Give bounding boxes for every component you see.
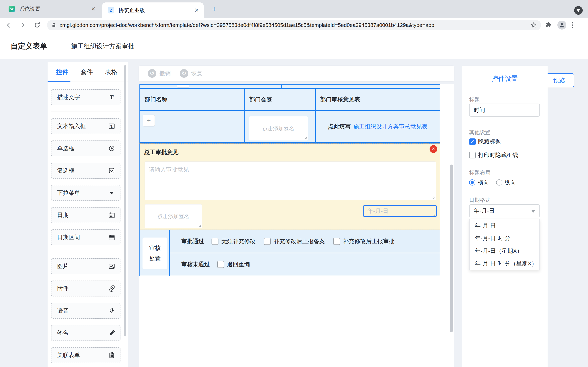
- control-item-dropdown[interactable]: 下拉菜单: [51, 185, 121, 201]
- header-cell-review-opinion-table[interactable]: 部门审核意见表: [316, 89, 440, 110]
- signature-placeholder-box[interactable]: 点击添加签名: [249, 117, 308, 141]
- control-item-date[interactable]: 日期: [51, 207, 121, 223]
- approval-opinion-textarea[interactable]: 请输入审批意见: [145, 161, 436, 200]
- resize-handle-icon[interactable]: [432, 196, 435, 199]
- sidebar-tabs: 控件 套件 表格: [48, 62, 128, 82]
- canvas-scrollbar[interactable]: [450, 165, 453, 332]
- checkbox-icon[interactable]: [333, 238, 340, 245]
- tab-search-button[interactable]: [574, 6, 583, 15]
- table-partial-row: [139, 84, 440, 89]
- cell-review-opinion-table[interactable]: 点此填写 施工组织设计方案审核意见表: [316, 111, 440, 142]
- date-format-option[interactable]: 年-月-日（星期X）: [470, 245, 539, 257]
- omnibox[interactable]: xmgl.glodon.com/project-doc/workbench/xf…: [47, 20, 541, 30]
- cell-department-name[interactable]: +: [140, 111, 245, 142]
- settings-panel: 控件设置 标题 其他设置 ✓ 隐藏标题 打印时隐藏框线 标题布局 横向 纵向 日…: [462, 66, 548, 367]
- tab-close-icon[interactable]: ✕: [91, 6, 95, 12]
- checkbox-icon[interactable]: [217, 261, 224, 268]
- date-format-label: 日期格式: [469, 197, 490, 204]
- cell-department-countersign[interactable]: 点击添加签名: [245, 111, 316, 142]
- radio-selected-icon[interactable]: [469, 179, 475, 185]
- other-settings-label: 其他设置: [469, 129, 490, 136]
- header-cell-department-name[interactable]: 部门名称: [140, 89, 245, 110]
- extensions-icon[interactable]: [545, 21, 552, 29]
- profile-avatar[interactable]: [557, 21, 566, 30]
- undo-button[interactable]: ↺ 撤销: [148, 69, 171, 78]
- chief-engineer-approval-section[interactable]: 总工审批意见 请输入审批意见 点击添加签名 年-月-日: [139, 143, 440, 230]
- tab-controls[interactable]: 控件: [52, 68, 72, 76]
- control-item-description-text[interactable]: 描述文字 T: [51, 89, 121, 105]
- date-field-selected[interactable]: 年-月-日: [363, 205, 437, 217]
- hide-border-when-print-checkbox-row[interactable]: 打印时隐藏框线: [469, 151, 518, 159]
- dropdown-icon: [108, 189, 115, 196]
- control-item-signature[interactable]: 签名: [51, 325, 121, 341]
- checkbox-option[interactable]: 无须补充修改: [212, 238, 256, 245]
- column-divider: [281, 85, 282, 88]
- signature-placeholder-box[interactable]: 点击添加签名: [145, 204, 202, 228]
- checkbox-option[interactable]: 补充修改后上报审批: [333, 238, 394, 245]
- redo-icon: ↻: [180, 69, 188, 78]
- review-opinion-table-link[interactable]: 施工组织设计方案审核意见表: [353, 123, 428, 131]
- radio-unselected-icon[interactable]: [496, 179, 502, 185]
- date-format-select[interactable]: 年-月-日: [469, 204, 540, 217]
- browser-menu-icon[interactable]: [572, 22, 573, 28]
- tab-tables[interactable]: 表格: [102, 68, 121, 76]
- sidebar-scrollbar[interactable]: [124, 65, 126, 336]
- new-tab-button[interactable]: +: [209, 4, 219, 14]
- review-side-cell[interactable]: 审核 处置: [140, 230, 170, 276]
- attachment-icon: [108, 285, 115, 292]
- resize-handle-icon[interactable]: [432, 213, 435, 216]
- checkbox-option[interactable]: 补充修改后上报备案: [264, 238, 325, 245]
- title-field-input[interactable]: [469, 104, 540, 117]
- tab-close-icon[interactable]: ✕: [194, 7, 199, 13]
- checkbox-unchecked-icon[interactable]: [469, 152, 476, 158]
- divider: [51, 252, 121, 252]
- review-rows: 审批通过 无须补充修改 补充修改后上报备案 补充修改后上报审批 审核未通过 退回…: [170, 230, 440, 276]
- undo-icon: ↺: [148, 69, 156, 78]
- forward-icon[interactable]: [17, 19, 29, 31]
- hide-title-checkbox-row[interactable]: ✓ 隐藏标题: [469, 138, 501, 146]
- tab-title: 协筑企业版: [118, 7, 192, 14]
- divider: [51, 111, 121, 112]
- browser-tab-active[interactable]: Z 协筑企业版 ✕: [102, 2, 204, 18]
- control-item-image[interactable]: 图片: [51, 258, 121, 274]
- date-format-option[interactable]: 年-月-日: [470, 219, 539, 232]
- selection-dashed-border: [139, 230, 440, 230]
- bookmark-star-icon[interactable]: [530, 22, 537, 28]
- control-item-checkbox[interactable]: 复选框: [51, 163, 121, 179]
- date-icon: [108, 212, 115, 218]
- control-item-date-range[interactable]: 日期区间: [51, 229, 121, 245]
- browser-tab-system-settings[interactable]: <> 系统设置 ✕: [3, 0, 100, 18]
- layout-radio-group: 横向 纵向: [469, 179, 516, 186]
- resize-handle-icon[interactable]: [198, 225, 201, 227]
- chevron-down-icon: [577, 9, 580, 12]
- delete-section-button[interactable]: ✕: [430, 145, 437, 153]
- checkbox-checked-icon[interactable]: ✓: [469, 138, 476, 145]
- checkbox-icon[interactable]: [264, 238, 271, 245]
- review-row-approved[interactable]: 审批通过 无须补充修改 补充修改后上报备案 补充修改后上报审批: [170, 230, 440, 253]
- redo-button[interactable]: ↻ 恢复: [180, 69, 203, 78]
- header-cell-department-countersign[interactable]: 部门会签: [245, 89, 316, 110]
- control-item-linked-form[interactable]: 关联表单: [51, 347, 121, 363]
- review-disposition-section: 审核 处置 审批通过 无须补充修改 补充修改后上报备案 补充修改后上报审批 审核…: [139, 230, 440, 276]
- review-side-label: 审核 处置: [143, 238, 167, 269]
- review-row-rejected[interactable]: 审核未通过 退回重编: [170, 253, 440, 276]
- control-item-text-input[interactable]: 文本输入框 T: [51, 118, 121, 134]
- checkbox-icon[interactable]: [212, 238, 218, 245]
- tab-title: 系统设置: [19, 6, 89, 13]
- checkbox-option[interactable]: 退回重编: [217, 261, 250, 268]
- date-format-option[interactable]: 年-月-日 时:分: [470, 232, 539, 245]
- form-title: 施工组织设计方案审批: [71, 42, 134, 50]
- date-format-option[interactable]: 年-月-日 时:分（星期X）: [470, 257, 539, 270]
- preview-button[interactable]: 预览: [544, 73, 574, 87]
- back-icon[interactable]: [3, 19, 14, 31]
- drag-handle[interactable]: [177, 85, 189, 87]
- control-item-radio[interactable]: 单选框: [51, 141, 121, 156]
- tab-kits[interactable]: 套件: [77, 68, 96, 76]
- reload-icon[interactable]: [31, 19, 43, 31]
- add-row-button[interactable]: +: [143, 115, 155, 126]
- active-tab-underline: [48, 81, 70, 82]
- control-item-voice[interactable]: 语音: [51, 303, 121, 319]
- resize-handle-icon[interactable]: [304, 137, 307, 140]
- control-item-attachment[interactable]: 附件: [51, 281, 121, 296]
- navbar-right: [545, 21, 573, 30]
